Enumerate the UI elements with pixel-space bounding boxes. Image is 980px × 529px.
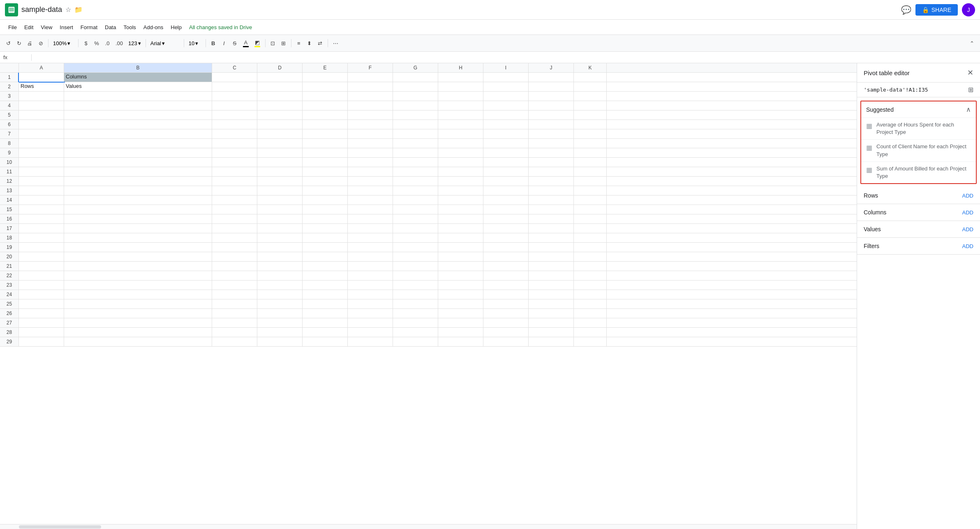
cell-d11[interactable] <box>257 167 303 176</box>
cell-k28[interactable] <box>574 328 607 337</box>
cell-a6[interactable] <box>19 120 64 129</box>
cell-a20[interactable] <box>19 252 64 261</box>
cell-e8[interactable] <box>303 139 348 148</box>
cell-b13[interactable] <box>64 186 212 195</box>
cell-j27[interactable] <box>529 318 574 327</box>
cell-c25[interactable] <box>212 299 257 308</box>
row-num-29[interactable]: 29 <box>0 337 19 346</box>
suggestion-item-2[interactable]: ▦ Count of Client Name for each Project … <box>861 139 976 161</box>
horizontal-scrollbar[interactable] <box>0 524 857 529</box>
cell-i6[interactable] <box>483 120 529 129</box>
cell-g26[interactable] <box>393 309 438 318</box>
cell-e16[interactable] <box>303 214 348 223</box>
cell-h3[interactable] <box>438 92 483 101</box>
cell-i12[interactable] <box>483 177 529 186</box>
row-num-2[interactable]: 2 <box>0 82 19 91</box>
col-header-i[interactable]: I <box>483 63 529 72</box>
menu-format[interactable]: Format <box>77 23 101 32</box>
cell-a15[interactable] <box>19 205 64 214</box>
cell-i17[interactable] <box>483 224 529 233</box>
cell-c21[interactable] <box>212 262 257 271</box>
cell-k27[interactable] <box>574 318 607 327</box>
col-header-d[interactable]: D <box>257 63 303 72</box>
cell-k22[interactable] <box>574 271 607 280</box>
more-button[interactable]: ⋯ <box>331 39 341 48</box>
menu-insert[interactable]: Insert <box>56 23 76 32</box>
cell-e5[interactable] <box>303 110 348 120</box>
cell-c26[interactable] <box>212 309 257 318</box>
row-num-4[interactable]: 4 <box>0 101 19 110</box>
cell-k21[interactable] <box>574 262 607 271</box>
font-size-select[interactable]: 10 ▾ <box>187 39 203 48</box>
cell-b4[interactable] <box>64 101 212 110</box>
row-num-27[interactable]: 27 <box>0 318 19 327</box>
pivot-values-add-button[interactable]: ADD <box>962 226 973 232</box>
cell-b3[interactable] <box>64 92 212 101</box>
cell-f13[interactable] <box>348 186 393 195</box>
cell-i8[interactable] <box>483 139 529 148</box>
cell-i19[interactable] <box>483 243 529 252</box>
cell-i10[interactable] <box>483 158 529 167</box>
cell-b25[interactable] <box>64 299 212 308</box>
cell-f11[interactable] <box>348 167 393 176</box>
fill-color-button[interactable]: ◩ <box>252 38 263 49</box>
cell-g17[interactable] <box>393 224 438 233</box>
cell-g7[interactable] <box>393 129 438 138</box>
cell-i25[interactable] <box>483 299 529 308</box>
cell-a28[interactable] <box>19 328 64 337</box>
cell-f21[interactable] <box>348 262 393 271</box>
cell-b8[interactable] <box>64 139 212 148</box>
row-num-23[interactable]: 23 <box>0 281 19 290</box>
bold-button[interactable]: B <box>208 39 218 48</box>
cell-a3[interactable] <box>19 92 64 101</box>
cell-b12[interactable] <box>64 177 212 186</box>
cell-k4[interactable] <box>574 101 607 110</box>
cell-e14[interactable] <box>303 196 348 205</box>
cell-g22[interactable] <box>393 271 438 280</box>
borders-button[interactable]: ⊡ <box>268 39 278 48</box>
cell-i27[interactable] <box>483 318 529 327</box>
cell-b2[interactable]: Values <box>64 82 212 91</box>
cell-h4[interactable] <box>438 101 483 110</box>
cell-e2[interactable] <box>303 82 348 91</box>
cell-b21[interactable] <box>64 262 212 271</box>
cell-b27[interactable] <box>64 318 212 327</box>
cell-d16[interactable] <box>257 214 303 223</box>
cell-f6[interactable] <box>348 120 393 129</box>
cell-e6[interactable] <box>303 120 348 129</box>
cell-j19[interactable] <box>529 243 574 252</box>
cell-h11[interactable] <box>438 167 483 176</box>
cell-h15[interactable] <box>438 205 483 214</box>
cell-e4[interactable] <box>303 101 348 110</box>
cell-c15[interactable] <box>212 205 257 214</box>
cell-f15[interactable] <box>348 205 393 214</box>
cell-g14[interactable] <box>393 196 438 205</box>
cell-b26[interactable] <box>64 309 212 318</box>
cell-j12[interactable] <box>529 177 574 186</box>
cell-k16[interactable] <box>574 214 607 223</box>
cell-k17[interactable] <box>574 224 607 233</box>
cell-k12[interactable] <box>574 177 607 186</box>
cell-c8[interactable] <box>212 139 257 148</box>
col-header-k[interactable]: K <box>574 63 607 72</box>
cell-d18[interactable] <box>257 233 303 242</box>
cell-g27[interactable] <box>393 318 438 327</box>
cell-a19[interactable] <box>19 243 64 252</box>
cell-f12[interactable] <box>348 177 393 186</box>
cell-i2[interactable] <box>483 82 529 91</box>
cell-c28[interactable] <box>212 328 257 337</box>
cell-a24[interactable] <box>19 290 64 299</box>
cell-k10[interactable] <box>574 158 607 167</box>
cell-k11[interactable] <box>574 167 607 176</box>
cell-g24[interactable] <box>393 290 438 299</box>
cell-j10[interactable] <box>529 158 574 167</box>
format-select[interactable]: 123 ▾ <box>126 39 143 48</box>
cell-h28[interactable] <box>438 328 483 337</box>
cell-b29[interactable] <box>64 337 212 346</box>
cell-j26[interactable] <box>529 309 574 318</box>
cell-i3[interactable] <box>483 92 529 101</box>
cell-h29[interactable] <box>438 337 483 346</box>
cell-d2[interactable] <box>257 82 303 91</box>
cell-d27[interactable] <box>257 318 303 327</box>
cell-j7[interactable] <box>529 129 574 138</box>
